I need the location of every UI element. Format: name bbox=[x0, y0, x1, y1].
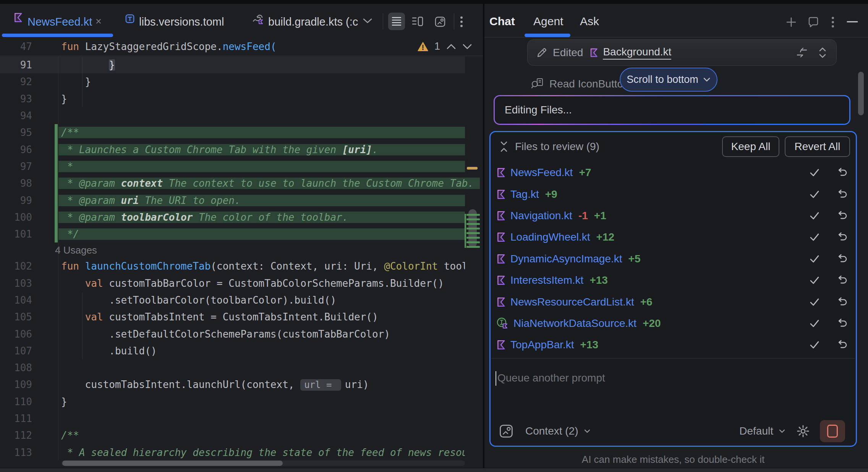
code-line-111[interactable]: 111 bbox=[0, 410, 483, 427]
keep-file-check-icon[interactable] bbox=[809, 168, 820, 177]
tab-ask[interactable]: Ask bbox=[580, 15, 599, 28]
prev-warning-icon[interactable] bbox=[446, 44, 456, 50]
file-review-row: Tag.kt+9 bbox=[491, 183, 856, 205]
kebab-menu-icon[interactable] bbox=[460, 16, 463, 27]
tab-newsfeed[interactable]: NewsFeed.kt bbox=[28, 16, 92, 28]
context-selector[interactable]: Context (2) bbox=[525, 425, 578, 437]
ide-window: NewsFeed.kt × libs.versions.toml build.g… bbox=[0, 0, 868, 472]
collapse-icon[interactable] bbox=[499, 141, 509, 153]
expand-collapse-icon[interactable] bbox=[818, 46, 827, 59]
revert-file-icon[interactable] bbox=[837, 275, 848, 286]
code-line-101[interactable]: 101 */ bbox=[0, 226, 483, 242]
active-tab-indicator bbox=[525, 34, 570, 37]
edited-file-card[interactable]: Edited Background.kt bbox=[527, 39, 837, 66]
split-editor-icon[interactable] bbox=[412, 16, 423, 26]
file-link[interactable]: Tag.kt bbox=[510, 188, 539, 200]
code-line-96[interactable]: 96 * Launches a Custom Chrome Tab with t… bbox=[0, 141, 483, 158]
revert-file-icon[interactable] bbox=[837, 318, 848, 329]
line-number: 104 bbox=[0, 294, 32, 306]
line-number: 92 bbox=[0, 76, 32, 87]
chat-history-icon[interactable] bbox=[808, 16, 819, 28]
code-line-113[interactable]: 113 * A sealed hierarchy describing the … bbox=[0, 444, 483, 461]
keep-file-check-icon[interactable] bbox=[809, 319, 820, 328]
sticky-code-text: fun LazyStaggeredGridScope.newsFeed( bbox=[61, 41, 277, 52]
tab-agent[interactable]: Agent bbox=[533, 15, 563, 28]
tab-build-gradle[interactable]: build.gradle.kts (:c bbox=[268, 16, 358, 28]
stop-button[interactable] bbox=[820, 420, 845, 442]
code-line-112[interactable]: 112/** bbox=[0, 427, 483, 444]
code-line-91[interactable]: 91 } bbox=[0, 57, 483, 73]
revert-file-icon[interactable] bbox=[837, 297, 848, 307]
code-line-100[interactable]: 100 * @param toolbarColor The color of t… bbox=[0, 209, 483, 226]
file-link[interactable]: TopAppBar.kt bbox=[510, 339, 574, 351]
divider bbox=[491, 358, 855, 359]
minimize-icon[interactable] bbox=[847, 21, 858, 23]
chevron-down-icon bbox=[584, 429, 591, 433]
keep-file-check-icon[interactable] bbox=[809, 340, 820, 349]
code-line-107[interactable]: 107 .build() bbox=[0, 343, 483, 359]
revert-file-icon[interactable] bbox=[837, 167, 848, 178]
revert-file-icon[interactable] bbox=[837, 339, 848, 350]
code-line-110[interactable]: 110} bbox=[0, 393, 483, 410]
prompt-controls: Context (2) Default bbox=[491, 420, 856, 442]
code-line-103[interactable]: 103 val customTabBarColor = CustomTabCol… bbox=[0, 275, 483, 292]
scrollbar-diff-hatch bbox=[466, 237, 480, 239]
code-line-98[interactable]: 98 * @param context The context to use t… bbox=[0, 175, 483, 192]
file-link[interactable]: Navigation.kt bbox=[510, 210, 572, 222]
scrollbar-diff-hatch bbox=[466, 241, 480, 243]
next-warning-icon[interactable] bbox=[462, 44, 472, 50]
code-line-92[interactable]: 92 } bbox=[0, 73, 483, 90]
code-editor[interactable]: 91 }92 }93}9495/**96 * Launches a Custom… bbox=[0, 56, 483, 472]
file-link[interactable]: NewsResourceCardList.kt bbox=[510, 296, 634, 308]
usages-inlay-hint[interactable]: 4 Usages bbox=[0, 242, 483, 258]
revert-file-icon[interactable] bbox=[837, 189, 848, 200]
file-link[interactable]: InterestsItem.kt bbox=[510, 274, 583, 286]
tab-libs-versions-toml[interactable]: libs.versions.toml bbox=[139, 16, 224, 28]
kebab-menu-icon[interactable] bbox=[831, 16, 834, 28]
revert-file-icon[interactable] bbox=[837, 232, 848, 242]
code-line-109[interactable]: 109 customTabsIntent.launchUrl(context, … bbox=[0, 376, 483, 393]
gear-icon[interactable] bbox=[796, 424, 810, 438]
keep-file-check-icon[interactable] bbox=[809, 190, 820, 199]
horizontal-scrollbar[interactable] bbox=[62, 461, 283, 466]
file-link[interactable]: DynamicAsyncImage.kt bbox=[510, 253, 622, 265]
chevron-down-icon[interactable] bbox=[362, 18, 373, 24]
revert-all-button[interactable]: Revert All bbox=[785, 136, 850, 157]
file-link[interactable]: NewsFeed.kt bbox=[510, 166, 573, 179]
keep-file-check-icon[interactable] bbox=[809, 297, 820, 307]
keep-file-check-icon[interactable] bbox=[809, 233, 820, 242]
chat-scrollbar[interactable] bbox=[858, 72, 864, 115]
keep-file-check-icon[interactable] bbox=[809, 276, 820, 285]
code-line-104[interactable]: 104 .setToolbarColor(toolbarColor).build… bbox=[0, 292, 483, 309]
code-line-93[interactable]: 93} bbox=[0, 91, 483, 107]
prompt-input[interactable]: Queue another prompt bbox=[497, 372, 605, 384]
code-line-99[interactable]: 99 * @param uri The URI to open. bbox=[0, 192, 483, 209]
show-diff-icon[interactable] bbox=[795, 47, 808, 59]
model-selector[interactable]: Default bbox=[739, 425, 773, 437]
tool-window-title-chat[interactable]: Chat bbox=[489, 15, 515, 28]
keep-all-button[interactable]: Keep All bbox=[722, 136, 779, 157]
close-tab-icon[interactable]: × bbox=[96, 16, 102, 27]
attach-image-icon[interactable] bbox=[499, 424, 513, 438]
keep-file-check-icon[interactable] bbox=[809, 211, 820, 220]
file-link[interactable]: NiaNetworkDataSource.kt bbox=[513, 317, 636, 330]
code-line-105[interactable]: 105 val customTabsIntent = CustomTabsInt… bbox=[0, 309, 483, 325]
code-line-108[interactable]: 108 bbox=[0, 359, 483, 376]
scroll-to-bottom-button[interactable]: Scroll to bottom bbox=[620, 68, 717, 92]
code-line-106[interactable]: 106 .setDefaultColorSchemeParams(customT… bbox=[0, 325, 483, 342]
file-review-row: DynamicAsyncImage.kt+5 bbox=[491, 248, 856, 270]
revert-file-icon[interactable] bbox=[837, 210, 848, 221]
scrollbar-warning-mark bbox=[467, 167, 478, 170]
revert-file-icon[interactable] bbox=[837, 254, 848, 264]
edited-file-link[interactable]: Background.kt bbox=[603, 46, 671, 60]
file-link[interactable]: LoadingWheel.kt bbox=[510, 231, 590, 243]
code-line-102[interactable]: 102fun launchCustomChromeTab(context: Co… bbox=[0, 258, 483, 275]
code-line-94[interactable]: 94 bbox=[0, 107, 483, 124]
code-line-95[interactable]: 95/** bbox=[0, 124, 483, 141]
keep-file-check-icon[interactable] bbox=[809, 254, 820, 263]
screenshot-image-icon[interactable] bbox=[435, 16, 445, 27]
line-number: 99 bbox=[0, 195, 32, 206]
new-chat-plus-icon[interactable] bbox=[785, 16, 797, 28]
editor-list-view-button[interactable] bbox=[388, 13, 405, 30]
code-line-97[interactable]: 97 * bbox=[0, 158, 483, 175]
